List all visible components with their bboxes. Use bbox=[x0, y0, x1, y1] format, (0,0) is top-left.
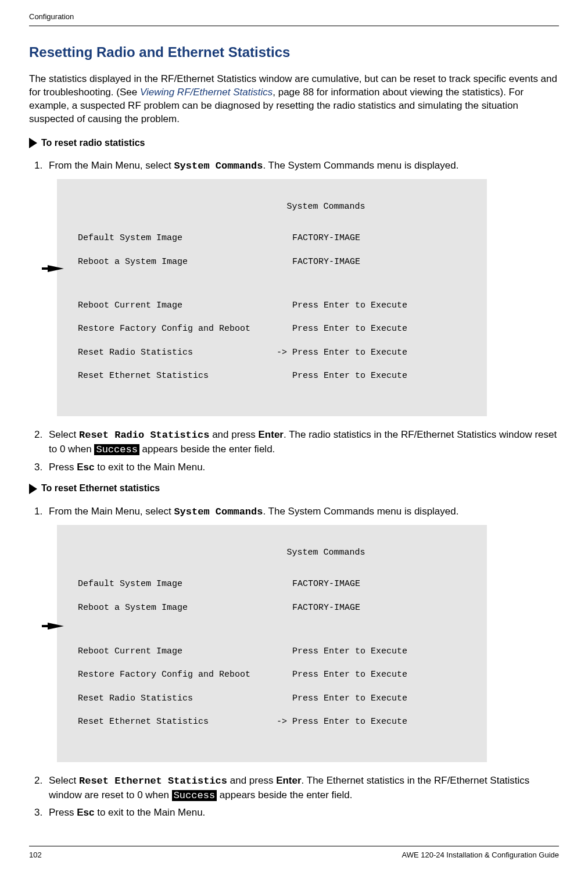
success-indicator: Success bbox=[94, 444, 139, 455]
step-text: to exit to the Main Menu. bbox=[94, 462, 205, 473]
terminal-line: Default System Image FACTORY-IMAGE bbox=[78, 233, 475, 244]
terminal-line: Restore Factory Config and Reboot Press … bbox=[78, 323, 475, 335]
terminal-line: Reboot Current Image Press Enter to Exec… bbox=[78, 300, 475, 312]
step-text: Press bbox=[49, 807, 77, 818]
step-text: . The System Commands menu is displayed. bbox=[263, 506, 458, 517]
page-number: 102 bbox=[29, 850, 42, 860]
terminal-line: Restore Factory Config and Reboot Press … bbox=[78, 669, 475, 681]
terminal-title: System Commands bbox=[78, 201, 475, 221]
key-name: Enter bbox=[276, 775, 301, 786]
step-item: Press Esc to exit to the Main Menu. bbox=[45, 806, 559, 820]
document-title: AWE 120-24 Installation & Configuration … bbox=[401, 850, 559, 860]
step-text: to exit to the Main Menu. bbox=[94, 807, 205, 818]
command-text: System Commands bbox=[174, 160, 263, 171]
command-text: System Commands bbox=[174, 506, 263, 517]
success-indicator: Success bbox=[172, 790, 217, 801]
step-item: From the Main Menu, select System Comman… bbox=[45, 505, 559, 762]
step-text: and press bbox=[227, 775, 276, 786]
key-name: Esc bbox=[77, 462, 94, 473]
terminal-line: Reset Radio Statistics Press Enter to Ex… bbox=[78, 693, 475, 705]
intro-paragraph: The statistics displayed in the RF/Ether… bbox=[29, 73, 559, 126]
terminal-line: Reboot a System Image FACTORY-IMAGE bbox=[78, 256, 475, 268]
step-text: Select bbox=[49, 775, 79, 786]
steps-list-radio: From the Main Menu, select System Comman… bbox=[29, 159, 559, 474]
key-name: Esc bbox=[77, 807, 94, 818]
command-text: Reset Radio Statistics bbox=[79, 430, 209, 441]
terminal-line: Default System Image FACTORY-IMAGE bbox=[78, 578, 475, 590]
procedure-title-ethernet: To reset Ethernet statistics bbox=[41, 482, 160, 495]
steps-list-ethernet: From the Main Menu, select System Comman… bbox=[29, 505, 559, 820]
terminal-content: System Commands Default System Image FAC… bbox=[57, 525, 487, 762]
callout-arrow-icon bbox=[48, 265, 64, 272]
key-name: Enter bbox=[259, 429, 284, 440]
procedure-arrow-icon bbox=[29, 484, 37, 494]
page-title: Resetting Radio and Ethernet Statistics bbox=[29, 42, 559, 62]
cross-ref-link[interactable]: Viewing RF/Ethernet Statistics bbox=[140, 87, 273, 98]
terminal-block-ethernet: System Commands Default System Image FAC… bbox=[49, 525, 559, 762]
procedure-heading-radio: To reset radio statistics bbox=[29, 137, 559, 149]
procedure-title-radio: To reset radio statistics bbox=[41, 137, 145, 149]
terminal-line: Reboot a System Image FACTORY-IMAGE bbox=[78, 602, 475, 614]
step-text: From the Main Menu, select bbox=[49, 506, 174, 517]
callout-arrow-icon bbox=[48, 623, 64, 630]
step-text: and press bbox=[209, 429, 258, 440]
terminal-line: Reset Ethernet Statistics Press Enter to… bbox=[78, 370, 475, 382]
running-header: Configuration bbox=[29, 12, 559, 26]
terminal-content: System Commands Default System Image FAC… bbox=[57, 179, 487, 416]
step-item: Select Reset Ethernet Statistics and pre… bbox=[45, 774, 559, 803]
step-text: Press bbox=[49, 462, 77, 473]
step-item: Select Reset Radio Statistics and press … bbox=[45, 428, 559, 457]
procedure-arrow-icon bbox=[29, 138, 37, 148]
terminal-block-radio: System Commands Default System Image FAC… bbox=[49, 179, 559, 416]
step-text: appears beside the enter field. bbox=[217, 789, 352, 800]
terminal-line: Reset Ethernet Statistics -> Press Enter… bbox=[78, 716, 475, 728]
step-item: From the Main Menu, select System Comman… bbox=[45, 159, 559, 416]
page-footer: 102 AWE 120-24 Installation & Configurat… bbox=[29, 846, 559, 860]
step-text: appears beside the enter field. bbox=[139, 444, 275, 455]
procedure-heading-ethernet: To reset Ethernet statistics bbox=[29, 482, 559, 495]
terminal-line: Reset Radio Statistics -> Press Enter to… bbox=[78, 347, 475, 359]
terminal-line: Reboot Current Image Press Enter to Exec… bbox=[78, 646, 475, 657]
terminal-title: System Commands bbox=[78, 547, 475, 567]
step-text: From the Main Menu, select bbox=[49, 160, 174, 171]
command-text: Reset Ethernet Statistics bbox=[79, 775, 227, 787]
step-item: Press Esc to exit to the Main Menu. bbox=[45, 460, 559, 474]
step-text: Select bbox=[49, 429, 79, 440]
step-text: . The System Commands menu is displayed. bbox=[263, 160, 458, 171]
